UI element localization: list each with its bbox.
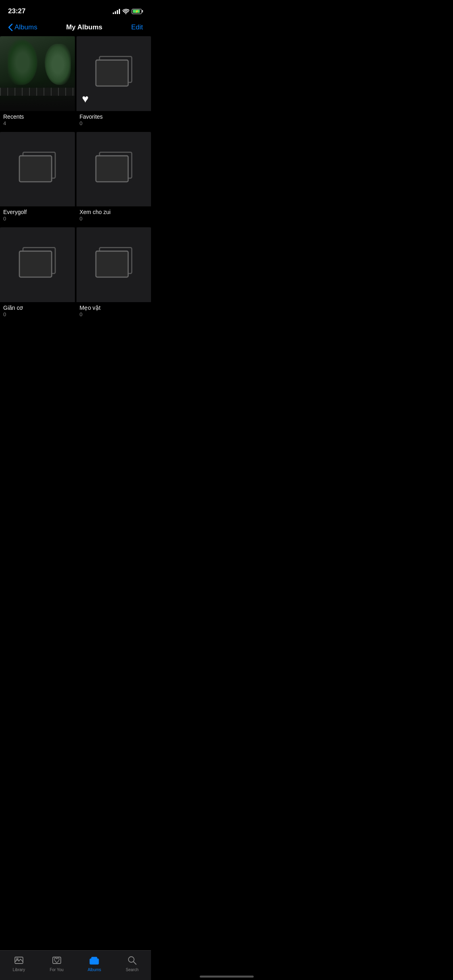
- album-name: Everygolf: [3, 209, 72, 215]
- albums-grid: Recents 4 ♥ Favorites 0: [0, 36, 151, 323]
- svg-rect-1: [96, 60, 128, 86]
- album-name: Favorites: [80, 113, 148, 120]
- album-name: Giãn cơ: [3, 305, 72, 311]
- svg-rect-9: [96, 251, 128, 277]
- album-name: Mẹo vặt: [80, 305, 148, 311]
- battery-icon: ⚡: [132, 9, 143, 14]
- album-count: 0: [80, 311, 148, 317]
- status-bar: 23:27 ⚡: [0, 0, 151, 20]
- heart-icon: ♥: [82, 93, 89, 105]
- back-button[interactable]: Albums: [8, 23, 37, 31]
- status-time: 23:27: [8, 7, 25, 15]
- album-stack-icon: [15, 242, 60, 287]
- page-title: My Albums: [66, 23, 102, 31]
- album-meo-vat[interactable]: Mẹo vặt 0: [77, 227, 151, 321]
- back-label: Albums: [14, 23, 37, 31]
- svg-rect-7: [19, 251, 52, 277]
- album-stack-icon: [91, 242, 136, 287]
- album-count: 0: [3, 311, 72, 317]
- album-count: 0: [80, 120, 148, 126]
- album-name: Xem cho zui: [80, 209, 148, 215]
- album-stack-icon: [91, 147, 136, 191]
- nav-header: Albums My Albums Edit: [0, 20, 151, 36]
- signal-icon: [113, 8, 120, 14]
- album-count: 0: [80, 216, 148, 222]
- album-xem-cho-zui[interactable]: Xem cho zui 0: [77, 132, 151, 226]
- wifi-icon: [122, 9, 129, 14]
- album-stack-icon: [91, 51, 136, 96]
- album-count: 4: [3, 120, 72, 126]
- status-icons: ⚡: [113, 8, 143, 14]
- album-gian-co[interactable]: Giãn cơ 0: [0, 227, 75, 321]
- album-stack-icon: [15, 147, 60, 191]
- album-count: 0: [3, 216, 72, 222]
- album-favorites[interactable]: ♥ Favorites 0: [77, 36, 151, 130]
- album-name: Recents: [3, 113, 72, 120]
- edit-button[interactable]: Edit: [131, 23, 143, 31]
- album-recents[interactable]: Recents 4: [0, 36, 75, 130]
- svg-rect-3: [19, 156, 52, 182]
- svg-rect-5: [96, 156, 128, 182]
- album-everygolf[interactable]: Everygolf 0: [0, 132, 75, 226]
